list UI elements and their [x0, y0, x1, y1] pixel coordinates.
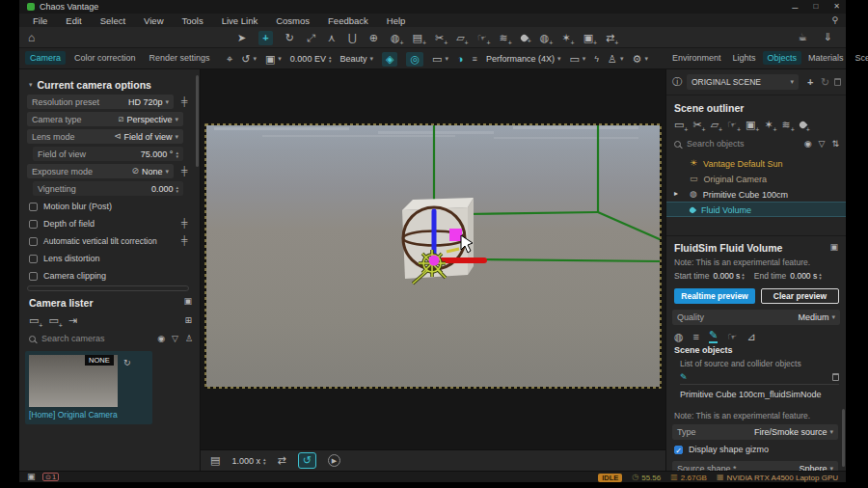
import-camera-icon[interactable]: ⇥ — [68, 315, 77, 326]
user-filter-icon[interactable]: ♙ — [185, 335, 193, 343]
tilt-sliders-icon[interactable]: ╪ — [181, 236, 187, 245]
viewport-canvas[interactable] — [201, 69, 665, 449]
vignetting-row[interactable]: Vignetting 0.000▴▾ — [33, 181, 183, 196]
render-mode-dropdown[interactable]: Beauty▾ — [339, 54, 373, 64]
pick-pencil-icon[interactable]: ✎ — [680, 373, 688, 382]
add-animation-icon[interactable]: ⇄+ — [606, 33, 614, 43]
expand-chevron-icon[interactable]: ▸ — [674, 189, 678, 198]
exposure-mode-row[interactable]: Exposure mode ⊘None▾ — [27, 164, 174, 178]
display-dropdown[interactable]: ▭▾ — [569, 54, 585, 65]
camera-search[interactable]: Search cameras ◉ ▽ ♙ — [29, 334, 193, 343]
add-section-plane-icon[interactable]: ▱+ — [456, 33, 464, 43]
panel-divider-bar[interactable] — [27, 285, 189, 291]
scale-tool-icon[interactable]: ⤢ — [307, 33, 315, 43]
filter-icon[interactable]: ▽ — [172, 335, 178, 343]
display-gizmo-checkbox[interactable]: ✓Display shape gizmo — [674, 445, 769, 454]
reload-scene-icon[interactable]: ↻ — [821, 77, 829, 88]
remove-object-icon[interactable] — [832, 373, 839, 381]
fluid-tab-list-icon[interactable]: ≡ — [693, 332, 699, 342]
tilt-correction-checkbox[interactable]: Automatic vertical tilt correction — [29, 236, 157, 246]
move-tool-icon[interactable]: + — [258, 31, 272, 45]
camera-folder-add-icon[interactable]: ⊞ — [184, 316, 192, 325]
console-icon[interactable]: ▣ — [27, 473, 36, 481]
realtime-preview-button[interactable]: Realtime preview — [674, 288, 755, 304]
attach-tool-icon[interactable]: ⋃ — [348, 33, 357, 43]
add-grab-icon[interactable]: ☞+ — [477, 33, 487, 43]
add-camera-icon[interactable]: ▭+ — [29, 315, 39, 326]
end-time-field[interactable]: 0.000 s▴▾ — [790, 271, 821, 281]
maximize-icon[interactable]: □ — [813, 3, 818, 11]
menu-live-link[interactable]: Live Link — [222, 15, 258, 26]
quality-row[interactable]: Quality Medium▾ — [672, 310, 840, 325]
rotate-tool-icon[interactable]: ↻ — [285, 33, 294, 43]
outliner-item-camera[interactable]: ▭Original Camera — [690, 172, 767, 186]
menu-tools[interactable]: Tools — [182, 15, 203, 26]
focus-target-icon[interactable]: ⌖ — [227, 54, 232, 65]
stats-bolt-icon[interactable]: ϟ — [594, 55, 599, 64]
close-icon[interactable]: ✕ — [833, 3, 840, 11]
menu-cosmos[interactable]: Cosmos — [276, 15, 310, 26]
scene-selector-dropdown[interactable]: ORIGINAL SCENE▾ — [687, 74, 799, 90]
type-row[interactable]: Type Fire/Smoke source▾ — [672, 424, 838, 440]
match-icon[interactable]: ◉ — [804, 140, 812, 149]
clone-camera-icon[interactable]: ▭+ — [48, 315, 58, 326]
camera-options-header[interactable]: ▾Current camera options — [29, 79, 151, 91]
pivot-tool-icon[interactable]: ⋏ — [328, 33, 336, 43]
overlay-dropdown[interactable]: ▭▾ — [432, 54, 448, 65]
add-fluid-icon[interactable]: + — [521, 35, 528, 41]
outliner-add-light-icon[interactable]: ✶+ — [764, 120, 773, 130]
motion-blur-checkbox[interactable]: Motion blur (Post) — [29, 202, 112, 211]
camera-reset-dropdown[interactable]: ↺▾ — [241, 54, 257, 65]
tab-color-correction[interactable]: Color correction — [69, 51, 141, 65]
outliner-sort-icon[interactable]: ⇅ — [831, 140, 839, 149]
outliner-add-clip-icon[interactable]: ✂+ — [692, 120, 701, 130]
scene-info-icon[interactable]: ⓘ — [672, 77, 682, 87]
field-of-view-row[interactable]: Field of view 75.000 °▴▾ — [33, 147, 183, 161]
fluid-tab-volume-icon[interactable]: ◍ — [674, 332, 684, 342]
source-shape-row[interactable]: Source shape * Sphere▾ — [672, 461, 838, 471]
layout-dropdown[interactable]: ▣▾ — [265, 54, 282, 65]
resolution-preset-row[interactable]: Resolution preset HD 720p▾ — [27, 95, 174, 109]
exposure-value[interactable]: 0.000 EV▴▾ — [290, 54, 332, 64]
depth-of-field-checkbox[interactable]: Depth of field — [29, 219, 95, 229]
camera-type-row[interactable]: Camera type ⧄Perspective▾ — [27, 112, 183, 126]
play-button[interactable]: ▶ — [328, 454, 340, 467]
outliner-item-fluid[interactable]: Fluid Volume — [690, 203, 751, 217]
camera-card[interactable]: NONE ↻ [Home] Original Camera — [25, 351, 152, 424]
tab-lights[interactable]: Lights — [728, 51, 761, 65]
lens-effects-toggle-icon[interactable]: ◎ — [406, 52, 423, 67]
select-tool-icon[interactable]: ➤ — [237, 33, 246, 43]
add-dome-light-icon[interactable]: ◍+ — [540, 33, 550, 43]
menu-file[interactable]: File — [33, 15, 47, 26]
add-fog-icon[interactable]: ≋+ — [500, 33, 508, 43]
loop-icon[interactable]: ⇄ — [277, 455, 285, 466]
add-decal-icon[interactable]: ▣+ — [583, 33, 593, 43]
fluid-tab-edit-icon[interactable]: ✎ — [709, 330, 718, 343]
performance-dropdown[interactable]: Performance (4X)▾ — [486, 54, 561, 64]
fluid-panel-icon[interactable]: ▣ — [829, 243, 838, 252]
fluid-node-name[interactable]: Primitive Cube 100cm_fluidSimNode — [680, 390, 822, 399]
menu-view[interactable]: View — [144, 15, 163, 26]
clear-preview-button[interactable]: Clear preview — [761, 288, 839, 304]
export-icon[interactable]: ⇓ — [824, 32, 832, 42]
tab-render-settings[interactable]: Render settings — [145, 51, 215, 65]
menu-edit[interactable]: Edit — [66, 15, 81, 26]
match-case-icon[interactable]: ◉ — [157, 335, 165, 343]
tab-environment[interactable]: Environment — [667, 51, 726, 65]
tab-objects[interactable]: Objects — [763, 51, 802, 65]
outliner-item-sun[interactable]: ☀Vantage Default Sun — [690, 156, 782, 171]
right-scrollbar[interactable] — [842, 409, 845, 467]
lens-distortion-checkbox[interactable]: Lens distortion — [29, 254, 100, 263]
left-scrollbar[interactable] — [196, 75, 199, 167]
start-time-field[interactable]: 0.000 s▴▾ — [713, 271, 744, 281]
tab-materials[interactable]: Materials — [803, 51, 849, 65]
outliner-add-grab-icon[interactable]: ☞+ — [727, 120, 737, 130]
add-viewpoint-icon[interactable]: ▤+ — [413, 33, 422, 43]
menu-help[interactable]: Help — [387, 15, 406, 26]
stack-icon[interactable]: ≡ — [473, 55, 477, 64]
camera-caption[interactable]: [Home] Original Camera — [29, 410, 118, 420]
outliner-add-fog-icon[interactable]: ≋+ — [782, 120, 791, 130]
add-clip-icon[interactable]: ✂+ — [435, 33, 444, 43]
dof-sliders-icon[interactable]: ╪ — [181, 219, 187, 228]
outliner-filter-icon[interactable]: ▽ — [819, 140, 826, 149]
